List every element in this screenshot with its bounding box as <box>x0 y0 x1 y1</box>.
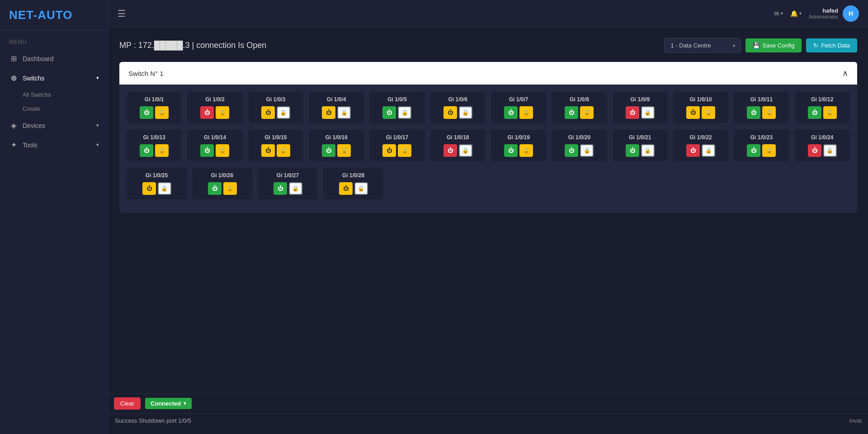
port-label: Gi 1/0/24 <box>811 134 833 141</box>
power-button[interactable]: ⏻ <box>208 182 222 195</box>
lock-button[interactable]: 🔒 <box>823 106 837 119</box>
sidebar-item-switchs[interactable]: ⊛ Switchs ▾ <box>0 68 108 88</box>
user-menu[interactable]: hafed Administrator H <box>809 5 859 22</box>
power-icon: ⏻ <box>751 109 756 116</box>
power-button[interactable]: ⏻ <box>443 144 457 157</box>
power-button[interactable]: ⏻ <box>322 106 335 119</box>
app-logo: NET-AUTO <box>0 0 108 31</box>
power-button[interactable]: ⏻ <box>504 144 518 157</box>
port-buttons: ⏻🔒 <box>322 144 351 157</box>
lock-button[interactable]: 🔒 <box>580 106 594 119</box>
lock-button[interactable]: 🔒 <box>337 106 351 119</box>
main-area: ☰ ✉ ▾ 🔔 ▾ hafed Administrator H <box>108 0 868 434</box>
clear-button[interactable]: Clear <box>114 397 141 410</box>
lock-button[interactable]: 🔒 <box>702 106 715 119</box>
port-card: Gi 1/0/13⏻🔒 <box>127 130 182 161</box>
port-label: Gi 1/0/22 <box>689 134 712 141</box>
hamburger-icon[interactable]: ☰ <box>118 8 126 19</box>
topbar: ☰ ✉ ▾ 🔔 ▾ hafed Administrator H <box>108 0 868 27</box>
bell-icon-btn[interactable]: 🔔 ▾ <box>790 10 802 17</box>
power-icon: ⏻ <box>204 109 210 116</box>
port-card: Gi 1/0/9⏻🔒 <box>613 92 668 123</box>
sidebar-item-tools[interactable]: ✦ Tools ▾ <box>0 135 108 155</box>
port-label: Gi 1/0/14 <box>204 134 226 141</box>
port-buttons: ⏻🔒 <box>261 106 290 119</box>
power-button[interactable]: ⏻ <box>443 106 457 119</box>
port-card: Gi 1/0/16⏻🔒 <box>309 130 364 161</box>
sidebar-item-devices[interactable]: ◈ Devices ▾ <box>0 116 108 135</box>
lock-button[interactable]: 🔒 <box>823 144 837 157</box>
email-icon-btn[interactable]: ✉ ▾ <box>774 10 783 17</box>
collapse-icon[interactable]: ∧ <box>842 68 848 78</box>
lock-button[interactable]: 🔒 <box>762 144 776 157</box>
power-button[interactable]: ⏻ <box>140 106 153 119</box>
lock-button[interactable]: 🔒 <box>519 106 533 119</box>
port-buttons: ⏻🔒 <box>140 106 169 119</box>
power-button[interactable]: ⏻ <box>140 144 153 157</box>
power-button[interactable]: ⏻ <box>200 106 214 119</box>
lock-icon: 🔒 <box>644 109 651 116</box>
power-button[interactable]: ⏻ <box>747 144 760 157</box>
lock-button[interactable]: 🔒 <box>398 144 411 157</box>
lock-button[interactable]: 🔒 <box>459 144 472 157</box>
port-label: Gi 1/0/17 <box>386 134 408 141</box>
lock-button[interactable]: 🔒 <box>155 106 169 119</box>
lock-button[interactable]: 🔒 <box>702 144 715 157</box>
lock-button[interactable]: 🔒 <box>158 182 171 195</box>
power-icon: ⏻ <box>144 147 149 154</box>
power-button[interactable]: ⏻ <box>322 144 335 157</box>
power-button[interactable]: ⏻ <box>686 106 700 119</box>
connected-badge[interactable]: Connected ▾ <box>145 398 192 409</box>
power-button[interactable]: ⏻ <box>504 106 518 119</box>
power-button[interactable]: ⏻ <box>626 106 639 119</box>
power-button[interactable]: ⏻ <box>686 144 700 157</box>
lock-button[interactable]: 🔒 <box>580 144 594 157</box>
port-buttons: ⏻🔒 <box>808 106 837 119</box>
sidebar-item-label: Switchs <box>23 75 44 82</box>
save-config-button[interactable]: 💾 Save Config <box>745 38 802 52</box>
power-icon: ⏻ <box>448 147 453 154</box>
lock-button[interactable]: 🔒 <box>216 144 229 157</box>
lock-button[interactable]: 🔒 <box>762 106 776 119</box>
power-button[interactable]: ⏻ <box>808 106 821 119</box>
power-button[interactable]: ⏻ <box>565 144 578 157</box>
port-card: Gi 1/0/22⏻🔒 <box>673 130 728 161</box>
lock-button[interactable]: 🔒 <box>155 144 169 157</box>
power-button[interactable]: ⏻ <box>626 144 639 157</box>
lock-button[interactable]: 🔒 <box>519 144 533 157</box>
lock-button[interactable]: 🔒 <box>641 106 655 119</box>
port-label: Gi 1/0/1 <box>145 96 164 103</box>
lock-button[interactable]: 🔒 <box>354 182 368 195</box>
fetch-data-button[interactable]: ↻ Fetch Data <box>806 38 857 52</box>
sidebar-item-all-switchs[interactable]: All Switchs <box>0 88 108 102</box>
power-button[interactable]: ⏻ <box>382 144 396 157</box>
switchs-icon: ⊛ <box>9 74 18 82</box>
power-button[interactable]: ⏻ <box>274 182 287 195</box>
power-button[interactable]: ⏻ <box>747 106 760 119</box>
port-label: Gi 1/0/5 <box>387 96 407 103</box>
power-button[interactable]: ⏻ <box>261 144 275 157</box>
lock-button[interactable]: 🔒 <box>398 106 411 119</box>
power-button[interactable]: ⏻ <box>808 144 821 157</box>
power-button[interactable]: ⏻ <box>339 182 353 195</box>
lock-button[interactable]: 🔒 <box>223 182 237 195</box>
save-icon: 💾 <box>753 42 760 49</box>
power-icon: ⏻ <box>212 185 217 192</box>
port-label: Gi 1/0/16 <box>325 134 347 141</box>
lock-button[interactable]: 🔒 <box>216 106 229 119</box>
power-button[interactable]: ⏻ <box>565 106 578 119</box>
datacenter-select[interactable]: 1 - Data Centre 2 - Server Room 3 - Offi… <box>664 38 741 53</box>
port-label: Gi 1/0/10 <box>689 96 712 103</box>
lock-button[interactable]: 🔒 <box>277 144 290 157</box>
lock-button[interactable]: 🔒 <box>289 182 302 195</box>
sidebar-item-create[interactable]: Create <box>0 102 108 116</box>
lock-button[interactable]: 🔒 <box>459 106 472 119</box>
lock-button[interactable]: 🔒 <box>641 144 655 157</box>
power-button[interactable]: ⏻ <box>382 106 396 119</box>
lock-button[interactable]: 🔒 <box>277 106 290 119</box>
lock-button[interactable]: 🔒 <box>337 144 351 157</box>
power-button[interactable]: ⏻ <box>261 106 275 119</box>
power-button[interactable]: ⏻ <box>142 182 156 195</box>
power-button[interactable]: ⏻ <box>200 144 214 157</box>
sidebar-item-dashboard[interactable]: ⊞ Dashboard <box>0 49 108 68</box>
